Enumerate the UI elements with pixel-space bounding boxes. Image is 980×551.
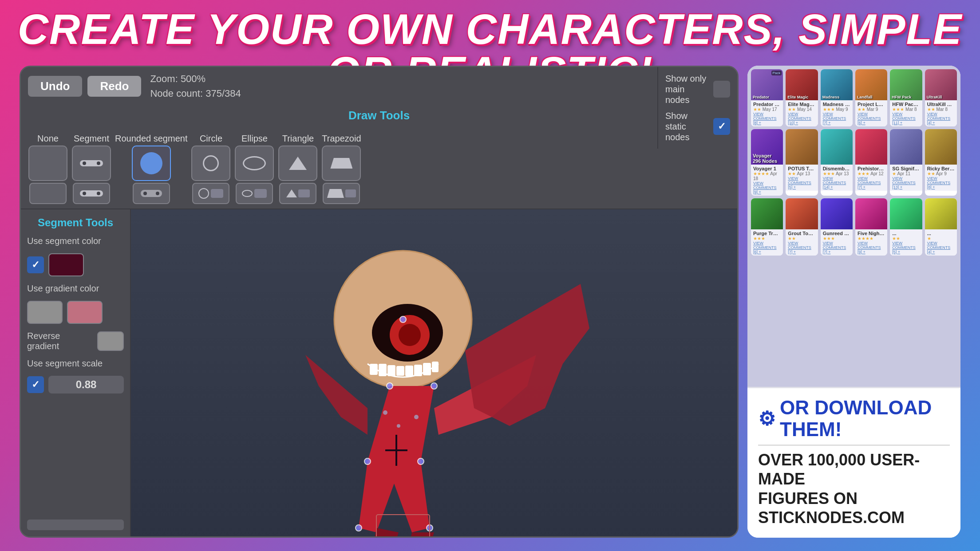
left-sidebar: Segment Tools Use segment color ✓ Use gr… bbox=[21, 209, 131, 538]
use-gradient-color-label: Use gradient color bbox=[27, 283, 124, 294]
segment-icon bbox=[80, 160, 103, 166]
figure-meta-1-2: ★★ May 14 bbox=[788, 107, 815, 112]
reverse-gradient-swatch[interactable] bbox=[97, 331, 124, 351]
figure-thumb-1-5: HFW Pack bbox=[890, 69, 922, 100]
figure-views-2-4[interactable]: VIEW COMMENTS [7] + bbox=[858, 176, 885, 189]
figure-thumb-3-2 bbox=[786, 198, 818, 229]
segment-sub-icon bbox=[80, 190, 103, 197]
svg-rect-10 bbox=[423, 363, 431, 375]
figure-thumb-3-6 bbox=[925, 198, 957, 229]
figure-title-3-4: Five Nights At Fredfrys 4 Pack bbox=[858, 231, 885, 236]
tool-none-sub[interactable] bbox=[29, 183, 67, 204]
figure-meta-3-1: ★★★ bbox=[753, 236, 781, 241]
figure-card-1-1[interactable]: Predator Pack Predator Weapons Pack 8 ★★… bbox=[751, 69, 783, 126]
segment-scale-checkbox[interactable]: ✓ bbox=[27, 376, 44, 393]
tool-circle-sub[interactable] bbox=[192, 183, 229, 204]
figure-card-1-5[interactable]: HFW Pack HFW Pack 12 ★★★ Mar 8 VIEW COMM… bbox=[890, 69, 922, 126]
figure-card-1-2[interactable]: Elite Magic Elite Magic And Ninja Pack ★… bbox=[786, 69, 818, 126]
show-static-nodes-label: Show static nodes bbox=[665, 110, 709, 142]
tool-segment-label: Segment bbox=[74, 124, 109, 144]
help-button[interactable]: (?) bbox=[91, 537, 110, 538]
figure-views-3-4[interactable]: VIEW COMMENTS [9] + bbox=[858, 241, 885, 254]
segment-color-row: ✓ bbox=[27, 253, 124, 276]
svg-point-15 bbox=[400, 316, 406, 323]
figure-card-3-1[interactable]: Purge Trooper Pack ★★★ VIEW COMMENTS [6]… bbox=[751, 198, 783, 256]
figure-views-3-3[interactable]: VIEW COMMENTS [7] + bbox=[823, 241, 850, 254]
figure-card-2-3[interactable]: DismembedFireFox Blood Pack 2 ★★★ Apr 13… bbox=[821, 129, 853, 196]
download-title: ⚙ OR DOWNLOAD THEM! bbox=[758, 397, 950, 440]
figure-card-3-3[interactable]: Gunreed Remake 2023 ★★★ VIEW COMMENTS [7… bbox=[821, 198, 853, 256]
svg-point-20 bbox=[356, 525, 362, 531]
segment-scale-value[interactable]: 0.88 bbox=[48, 376, 124, 394]
tool-triangle-btn[interactable] bbox=[278, 146, 317, 181]
tool-none-btn[interactable] bbox=[28, 146, 67, 181]
editor-panel: Undo Redo Zoom: 500% Node count: 375/384… bbox=[20, 66, 739, 538]
figure-info-1-1: Predator Weapons Pack 8 ★★ May 17 VIEW C… bbox=[751, 100, 783, 126]
figure-views-2-2[interactable]: VIEW COMMENTS [5] + bbox=[788, 176, 815, 189]
gradient-color-swatch-right[interactable] bbox=[67, 301, 103, 324]
figure-title-2-3: DismembedFireFox Blood Pack 2 bbox=[823, 166, 850, 171]
figure-views-1-3[interactable]: VIEW COMMENTS [7] + bbox=[823, 112, 850, 125]
tool-rounded-segment-btn[interactable] bbox=[132, 146, 171, 181]
figure-meta-3-5: ★★ bbox=[892, 236, 920, 241]
tool-triangle-sub[interactable] bbox=[279, 183, 316, 204]
tool-rounded-segment-sub[interactable] bbox=[133, 183, 170, 204]
memory-row: Memory: 20MB (?) bbox=[27, 537, 124, 538]
tool-none-label: None bbox=[37, 124, 59, 144]
show-static-nodes-checkbox[interactable]: ✓ bbox=[713, 118, 730, 135]
show-main-nodes-item: Show only main nodes bbox=[665, 73, 730, 105]
figure-title-3-6: ... bbox=[927, 231, 955, 236]
figure-views-1-2[interactable]: VIEW COMMENTS [10] + bbox=[788, 112, 815, 125]
figure-views-3-1[interactable]: VIEW COMMENTS [6] + bbox=[753, 241, 781, 254]
tool-ellipse-sub[interactable] bbox=[236, 183, 273, 204]
figure-views-1-1[interactable]: VIEW COMMENTS [8] + bbox=[753, 112, 781, 125]
figures-grid: Predator Pack Predator Weapons Pack 8 ★★… bbox=[747, 66, 960, 387]
ellipse-icon bbox=[243, 156, 266, 170]
segment-color-checkbox[interactable]: ✓ bbox=[27, 256, 44, 273]
figure-card-2-5[interactable]: SG Significant Pack ★ Apr 11 VIEW COMMEN… bbox=[890, 129, 922, 196]
show-main-nodes-checkbox[interactable] bbox=[713, 81, 730, 98]
figure-views-3-2[interactable]: VIEW COMMENTS [7] + bbox=[788, 241, 815, 254]
gradient-color-swatch-left[interactable] bbox=[27, 301, 63, 324]
figure-views-1-4[interactable]: VIEW COMMENTS [6] + bbox=[858, 112, 885, 125]
download-section: ⚙ OR DOWNLOAD THEM! OVER 100,000 USER-MA… bbox=[747, 387, 960, 538]
figure-views-2-3[interactable]: VIEW COMMENTS [14] + bbox=[823, 176, 850, 189]
figure-meta-3-2: ★★ bbox=[788, 236, 815, 241]
figure-views-3-6[interactable]: VIEW COMMENTS [4] + bbox=[927, 241, 955, 254]
figure-card-3-5[interactable]: ... ★★ VIEW COMMENTS [5] + bbox=[890, 198, 922, 256]
figure-views-2-6[interactable]: VIEW COMMENTS [8] + bbox=[927, 176, 955, 189]
use-segment-scale-label: Use segment scale bbox=[27, 358, 124, 369]
tool-circle-btn[interactable] bbox=[191, 146, 230, 181]
slider-bar[interactable] bbox=[27, 520, 124, 530]
svg-point-14 bbox=[397, 424, 400, 428]
draw-tools-title: Draw Tools bbox=[21, 105, 737, 124]
figure-views-2-5[interactable]: VIEW COMMENTS [13] + bbox=[892, 176, 920, 189]
figure-views-1-5[interactable]: VIEW COMMENTS [11] + bbox=[892, 112, 920, 125]
undo-button[interactable]: Undo bbox=[28, 76, 82, 97]
trapezoid-icon bbox=[330, 158, 352, 169]
figure-card-3-4[interactable]: Five Nights At Fredfrys 4 Pack ★★★★ VIEW… bbox=[855, 198, 887, 256]
figure-card-2-4[interactable]: Prehistoric Planet 1 Rex Pack ★★★ Apr 12… bbox=[855, 129, 887, 196]
figure-card-1-3[interactable]: Madness Madness Combat USP's Pack ★★★ Ma… bbox=[821, 69, 853, 126]
segment-color-swatch[interactable] bbox=[48, 253, 84, 276]
figure-card-3-6[interactable]: ... ★ VIEW COMMENTS [4] + bbox=[925, 198, 957, 256]
tool-segment-sub[interactable] bbox=[73, 183, 110, 204]
figure-card-1-4[interactable]: Landfall Project Landfall Episode 4: Add… bbox=[855, 69, 887, 126]
figure-views-1-6[interactable]: VIEW COMMENTS [4] + bbox=[927, 112, 955, 125]
figure-card-2-6[interactable]: Ricky Berwick Pack ★★ Apr 9 VIEW COMMENT… bbox=[925, 129, 957, 196]
redo-button[interactable]: Redo bbox=[87, 76, 141, 97]
figure-views-3-5[interactable]: VIEW COMMENTS [5] + bbox=[892, 241, 920, 254]
figure-card-2-2[interactable]: POTUS Trump Pack ★★ Apr 13 VIEW COMMENTS… bbox=[786, 129, 818, 196]
figure-card-1-6[interactable]: UltraKill UltraKill AlexMaker... ★★ Mar … bbox=[925, 69, 957, 126]
figure-card-3-2[interactable]: Grout Toolgun 2 ★★ VIEW COMMENTS [7] + bbox=[786, 198, 818, 256]
figure-thumb-2-6 bbox=[925, 129, 957, 165]
figure-views-2-1[interactable]: VIEW COMMENTS [9] + bbox=[753, 181, 781, 194]
tool-trapezoid-sub[interactable] bbox=[323, 183, 360, 204]
show-static-nodes-item: Show static nodes ✓ bbox=[665, 110, 730, 142]
tool-ellipse-btn[interactable] bbox=[235, 146, 274, 181]
figure-card-2-1[interactable]: Voyager296 Nodes Voyager 1 ★★★★ Apr 18 V… bbox=[751, 129, 783, 196]
svg-point-18 bbox=[364, 458, 371, 464]
figure-thumb-3-1 bbox=[751, 198, 783, 229]
tool-segment-btn[interactable] bbox=[72, 146, 111, 181]
tool-trapezoid-btn[interactable] bbox=[322, 146, 361, 181]
